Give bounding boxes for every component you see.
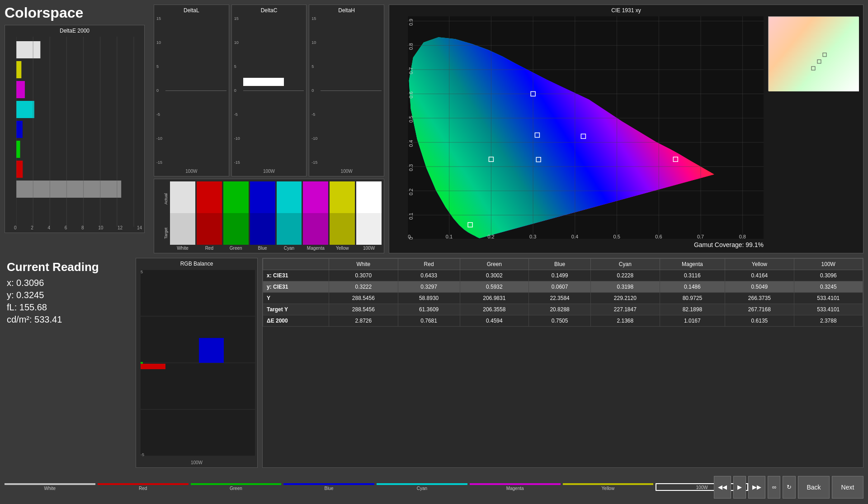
table-row: Target Y288.545661.3609206.355820.828822… — [263, 304, 863, 315]
reading-cdm2: cd/m²: 533.41 — [7, 314, 129, 325]
table-cell: 2.8726 — [329, 315, 398, 327]
table-cell: 0.7505 — [529, 315, 591, 327]
deltaL-title: DeltaL — [184, 7, 199, 14]
table-cell: 0.3245 — [794, 281, 863, 293]
reading-title: Current Reading — [7, 260, 129, 274]
swatch-target — [197, 213, 222, 245]
rgb-x-label: 100W — [191, 460, 203, 465]
color-btn-label: Yellow — [602, 485, 615, 491]
swatch-name: Cyan — [277, 245, 302, 251]
table-cell: 533.4101 — [794, 304, 863, 315]
target-label: Target — [156, 228, 168, 239]
table-cell: 58.8930 — [398, 293, 460, 304]
table-cell: 0.3198 — [591, 281, 660, 293]
actual-label: Actual — [156, 193, 168, 204]
color-button[interactable]: Magenta — [470, 483, 561, 491]
table-row: Y288.545658.8930206.983122.3584229.21208… — [263, 293, 863, 304]
swatch-column: Cyan — [277, 181, 302, 251]
table-cell: 1.0167 — [660, 315, 725, 327]
col-header-empty — [263, 259, 329, 270]
deltaC-y-axis: 15 10 5 0 -5 -10 -15 — [234, 16, 240, 165]
color-button[interactable]: Green — [191, 483, 282, 491]
table-cell: 61.3609 — [398, 304, 460, 315]
nav-panel: ◀◀ ▶ ▶▶ ∞ ↻ Back Next — [750, 476, 863, 499]
refresh-btn[interactable]: ↻ — [783, 476, 796, 499]
color-button[interactable]: Yellow — [563, 483, 654, 491]
color-button[interactable]: Blue — [283, 483, 374, 491]
col-header-green: Green — [460, 259, 528, 270]
swatch-name: Blue — [250, 245, 275, 251]
color-button[interactable]: Red — [98, 483, 189, 491]
col-header-yellow: Yellow — [725, 259, 794, 270]
rgb-balance-panel: RGB Balance 100W — [136, 258, 258, 468]
color-btn-label: 100W — [696, 484, 708, 490]
bottom-bar: WhiteRedGreenBlueCyanMagentaYellow100W ◀… — [0, 470, 868, 504]
swatch-side-labels: Actual Target — [154, 181, 170, 251]
table-cell: 0.4594 — [460, 315, 528, 327]
loop-btn[interactable]: ∞ — [768, 476, 780, 499]
rgb-canvas — [141, 270, 255, 456]
table-cell: 206.9831 — [460, 293, 528, 304]
play-prev-btn[interactable]: ◀◀ — [714, 476, 731, 499]
cie-panel: CIE 1931 xy Gamut Coverage: 99.1% — [389, 5, 863, 253]
color-btn-label: Magenta — [506, 485, 524, 491]
swatch-target — [277, 213, 302, 245]
swatch-actual — [197, 181, 222, 213]
deltae-chart: DeltaE 2000 0 2 4 6 8 10 12 14 — [5, 25, 145, 233]
data-table: White Red Green Blue Cyan Magenta Yellow… — [263, 258, 863, 327]
table-cell: 82.1898 — [660, 304, 725, 315]
deltae-canvas — [16, 37, 143, 227]
table-cell: 0.5932 — [460, 281, 528, 293]
back-button[interactable]: Back — [798, 476, 830, 499]
data-table-panel: White Red Green Blue Cyan Magenta Yellow… — [262, 258, 863, 468]
color-btn-label: White — [44, 485, 56, 491]
table-cell: 288.5456 — [329, 304, 398, 315]
color-swatches: Actual Target WhiteRedGreenBlueCyanMagen… — [154, 179, 384, 253]
skip-btn[interactable]: ▶▶ — [748, 476, 765, 499]
deltaC-zero-line — [243, 90, 304, 91]
table-row: y: CIE310.32220.32970.59320.06070.31980.… — [263, 281, 863, 293]
swatch-actual — [170, 181, 195, 213]
table-cell: 267.7168 — [725, 304, 794, 315]
left-panel: Colorspace DeltaE 2000 0 2 4 6 8 10 12 1… — [5, 5, 149, 253]
play-btn[interactable]: ▶ — [733, 476, 746, 499]
swatch-name: White — [170, 245, 195, 251]
table-cell: 0.3297 — [398, 281, 460, 293]
table-cell: 2.1368 — [591, 315, 660, 327]
table-cell: 0.3002 — [460, 270, 528, 281]
top-section: Colorspace DeltaE 2000 0 2 4 6 8 10 12 1… — [0, 0, 868, 258]
table-cell: 80.9725 — [660, 293, 725, 304]
color-buttons-container[interactable]: WhiteRedGreenBlueCyanMagentaYellow100W — [5, 483, 748, 491]
table-cell: 0.3070 — [329, 270, 398, 281]
deltaH-x-label: 100W — [341, 169, 353, 174]
table-cell: 22.3584 — [529, 293, 591, 304]
deltae-x-axis: 0 2 4 6 8 10 12 14 — [14, 225, 142, 230]
table-cell: 0.1486 — [660, 281, 725, 293]
swatch-target — [303, 213, 328, 245]
swatch-column: Yellow — [330, 181, 355, 251]
swatch-target — [250, 213, 275, 245]
color-button[interactable]: White — [5, 483, 95, 491]
color-button[interactable]: Cyan — [377, 483, 467, 491]
deltaC-bar — [243, 78, 284, 86]
table-cell: 227.1847 — [591, 304, 660, 315]
deltaL-chart: DeltaL 15 10 5 0 -5 -10 -15 100W — [154, 5, 229, 176]
swatch-column: Blue — [250, 181, 275, 251]
color-btn-label: Cyan — [417, 485, 427, 491]
reading-fL: fL: 155.68 — [7, 302, 129, 313]
table-cell: 288.5456 — [329, 293, 398, 304]
swatch-column: Red — [197, 181, 222, 251]
middle-panel: DeltaL 15 10 5 0 -5 -10 -15 100W De — [154, 5, 384, 253]
col-header-blue: Blue — [529, 259, 591, 270]
table-cell: 0.6135 — [725, 315, 794, 327]
rgb-title: RGB Balance — [180, 261, 213, 267]
swatch-target — [223, 213, 249, 245]
table-cell: 0.3116 — [660, 270, 725, 281]
swatch-column: Green — [223, 181, 249, 251]
swatch-column: 100W — [356, 181, 382, 251]
next-button[interactable]: Next — [832, 476, 863, 499]
table-cell: 0.5049 — [725, 281, 794, 293]
table-cell: 0.6433 — [398, 270, 460, 281]
col-header-white: White — [329, 259, 398, 270]
table-cell: 0.1499 — [529, 270, 591, 281]
